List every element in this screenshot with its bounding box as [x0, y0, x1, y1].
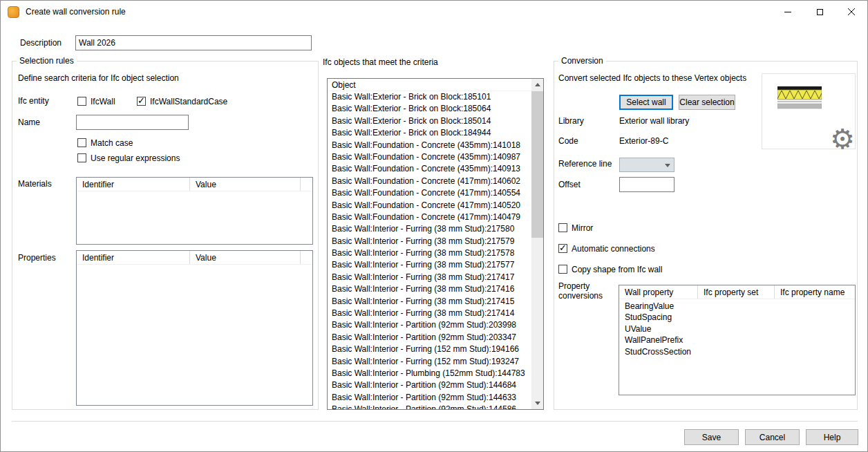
list-item[interactable]: Basic Wall:Foundation - Concrete (435mm)…: [328, 140, 531, 151]
properties-header-identifier[interactable]: Identifier: [77, 251, 190, 264]
close-button[interactable]: [836, 1, 867, 23]
table-row[interactable]: WallPanelPrefix: [619, 335, 855, 346]
ifcwallstandardcase-checkbox[interactable]: IfcWallStandardCase: [137, 96, 227, 106]
table-row[interactable]: UValue: [619, 323, 855, 335]
reference-line-label: Reference line: [558, 159, 612, 169]
list-item[interactable]: Basic Wall:Foundation - Concrete (435mm)…: [328, 163, 531, 175]
save-button[interactable]: Save: [684, 429, 739, 445]
list-item[interactable]: Basic Wall:Interior - Furring (152 mm St…: [328, 343, 531, 355]
scrollbar[interactable]: [531, 79, 543, 409]
use-regex-checkbox[interactable]: Use regular expressions: [77, 153, 180, 163]
mirror-checkbox[interactable]: Mirror: [558, 223, 593, 233]
name-input[interactable]: [76, 115, 189, 130]
checkbox-label: Match case: [91, 138, 133, 148]
code-label: Code: [558, 136, 578, 146]
materials-header-identifier[interactable]: Identifier: [77, 178, 190, 191]
maximize-button[interactable]: [804, 1, 836, 23]
conversion-group: Conversion Convert selected Ifc objects …: [554, 61, 858, 410]
list-item[interactable]: Basic Wall:Interior - Partition (92mm St…: [328, 404, 531, 409]
wall-preview: ⚙: [762, 73, 856, 149]
property-conversions-table-header: Wall property Ifc property set Ifc prope…: [619, 285, 855, 299]
property-conversions-table[interactable]: Wall property Ifc property set Ifc prope…: [619, 285, 856, 395]
description-input[interactable]: [75, 35, 312, 50]
list-item[interactable]: Basic Wall:Exterior - Brick on Block:185…: [328, 91, 531, 103]
code-value: Exterior-89-C: [619, 136, 668, 146]
ifc-objects-title: Ifc objects that meet the criteria: [323, 57, 438, 67]
materials-header-value[interactable]: Value: [190, 178, 301, 191]
scroll-thumb[interactable]: [531, 91, 543, 238]
list-item[interactable]: Basic Wall:Interior - Furring (38 mm Stu…: [328, 259, 531, 271]
checkbox-box: [77, 153, 86, 162]
minimize-button[interactable]: [772, 1, 804, 23]
list-item[interactable]: Basic Wall:Interior - Furring (38 mm Stu…: [328, 283, 531, 295]
list-item[interactable]: Basic Wall:Interior - Furring (38 mm Stu…: [328, 296, 531, 308]
ifcwall-checkbox[interactable]: IfcWall: [77, 96, 115, 106]
list-item[interactable]: Basic Wall:Foundation - Concrete (417mm)…: [328, 187, 531, 199]
offset-label: Offset: [558, 180, 581, 189]
table-row[interactable]: BearingValue: [619, 301, 855, 312]
list-item[interactable]: Basic Wall:Foundation - Concrete (417mm)…: [328, 200, 531, 211]
list-item[interactable]: Basic Wall:Interior - Furring (38 mm Stu…: [328, 247, 531, 259]
ifc-objects-list[interactable]: Object Basic Wall:Exterior - Brick on Bl…: [327, 78, 544, 410]
list-item[interactable]: Basic Wall:Exterior - Brick on Block:185…: [328, 115, 531, 127]
list-item[interactable]: Basic Wall:Foundation - Concrete (417mm)…: [328, 176, 531, 187]
checkbox-box: [558, 223, 567, 232]
gear-icon[interactable]: ⚙: [830, 125, 855, 153]
list-item[interactable]: Basic Wall:Interior - Furring (38 mm Stu…: [328, 272, 531, 283]
list-item[interactable]: Basic Wall:Interior - Partition (92mm St…: [328, 319, 531, 331]
list-item[interactable]: Basic Wall:Interior - Furring (152 mm St…: [328, 356, 531, 368]
list-item[interactable]: Basic Wall:Interior - Partition (92mm St…: [328, 332, 531, 343]
dialog-window: Create wall conversion rule Description …: [0, 0, 868, 452]
header-ifc-property-name[interactable]: Ifc property name: [775, 285, 855, 299]
library-label: Library: [558, 116, 584, 126]
triangle-down-icon: [535, 402, 540, 405]
ifc-entity-label: Ifc entity: [18, 96, 49, 106]
scroll-up-button[interactable]: [531, 79, 543, 91]
copy-shape-checkbox[interactable]: Copy shape from Ifc wall: [558, 264, 662, 274]
automatic-connections-checkbox[interactable]: Automatic connections: [558, 243, 655, 254]
object-column-header[interactable]: Object: [328, 79, 531, 91]
properties-header-value[interactable]: Value: [190, 251, 301, 264]
list-item[interactable]: Basic Wall:Exterior - Brick on Block:184…: [328, 127, 531, 139]
object-column-header-label: Object: [332, 80, 356, 90]
list-item[interactable]: Basic Wall:Foundation - Concrete (435mm)…: [328, 151, 531, 163]
materials-label: Materials: [18, 179, 52, 189]
table-row[interactable]: StudSpacing: [619, 312, 855, 323]
list-item[interactable]: Basic Wall:Foundation - Concrete (417mm)…: [328, 211, 531, 223]
checkbox-box: [558, 265, 567, 274]
materials-table[interactable]: Identifier Value: [76, 177, 313, 245]
window-title: Create wall conversion rule: [26, 7, 126, 17]
scroll-down-button[interactable]: [531, 397, 543, 409]
list-item[interactable]: Basic Wall:Interior - Furring (38 mm Stu…: [328, 308, 531, 319]
header-ifc-property-set[interactable]: Ifc property set: [698, 285, 775, 299]
list-item[interactable]: Basic Wall:Interior - Furring (38 mm Stu…: [328, 236, 531, 247]
properties-table-header: Identifier Value: [77, 251, 312, 265]
cancel-button[interactable]: Cancel: [745, 429, 800, 445]
header-wall-property[interactable]: Wall property: [619, 285, 698, 299]
help-button[interactable]: Help: [806, 429, 858, 445]
list-item[interactable]: Basic Wall:Interior - Partition (92mm St…: [328, 379, 531, 391]
triangle-up-icon: [535, 83, 540, 86]
description-label: Description: [20, 38, 62, 48]
list-item[interactable]: Basic Wall:Interior - Furring (38 mm Stu…: [328, 223, 531, 235]
offset-input[interactable]: [619, 177, 674, 192]
checkbox-label: IfcWall: [91, 97, 115, 106]
select-wall-button[interactable]: Select wall: [619, 95, 673, 110]
chevron-down-icon: [665, 164, 670, 167]
title-bar: Create wall conversion rule: [1, 1, 867, 23]
table-row[interactable]: StudCrossSection: [619, 346, 855, 357]
list-item[interactable]: Basic Wall:Interior - Partition (92mm St…: [328, 392, 531, 404]
checkbox-label: Copy shape from Ifc wall: [572, 265, 662, 274]
properties-table[interactable]: Identifier Value: [76, 250, 313, 406]
property-conversions-label: Property conversions: [558, 281, 616, 301]
list-item[interactable]: Basic Wall:Exterior - Brick on Block:185…: [328, 103, 531, 115]
checkbox-box: [137, 97, 146, 106]
selection-criteria-subtitle: Define search criteria for Ifc object se…: [18, 73, 179, 83]
clear-selection-button[interactable]: Clear selection: [679, 95, 735, 110]
match-case-checkbox[interactable]: Match case: [77, 138, 133, 148]
checkbox-label: Use regular expressions: [91, 153, 180, 163]
reference-line-dropdown[interactable]: [619, 158, 674, 172]
app-logo-icon: [8, 6, 19, 18]
checkbox-box: [558, 244, 567, 253]
list-item[interactable]: Basic Wall:Interior - Plumbing (152mm St…: [328, 368, 531, 379]
